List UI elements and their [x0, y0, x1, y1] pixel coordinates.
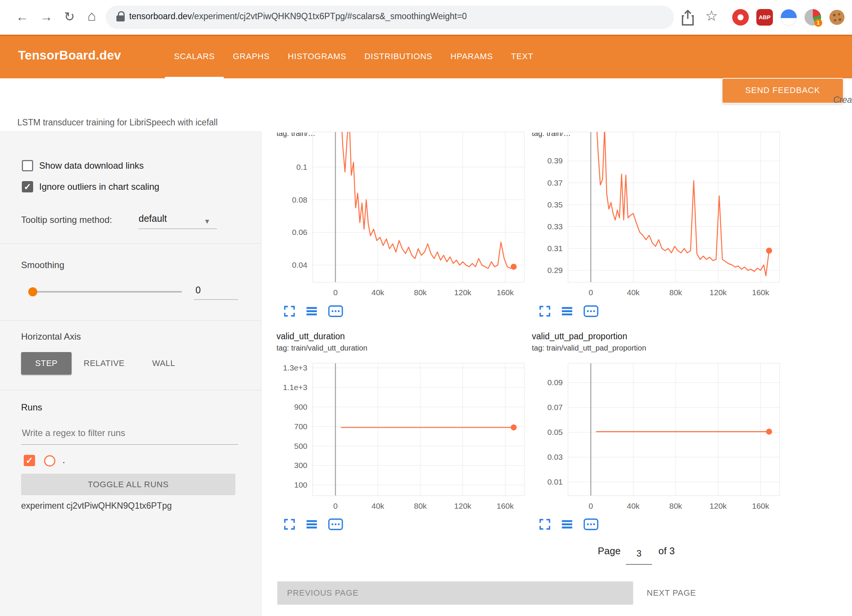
tab-graphs[interactable]: GRAPHS — [224, 35, 279, 78]
page-number-input[interactable]: 3 — [626, 548, 652, 559]
cookie-icon[interactable] — [829, 9, 845, 26]
runs-label: Runs — [21, 402, 42, 413]
svg-text:0.37: 0.37 — [547, 178, 563, 187]
share-icon[interactable] — [680, 10, 695, 26]
axis-wall-button[interactable]: WALL — [152, 358, 175, 368]
url-text[interactable]: tensorboard.dev/experiment/cj2vtPiwQHKN9… — [129, 11, 467, 21]
adblock-extension-icon[interactable] — [732, 9, 749, 26]
next-page-button[interactable]: NEXT PAGE — [647, 581, 696, 605]
app-logo: TensorBoard.dev — [18, 48, 121, 63]
chart-plot-4[interactable]: 0.010.030.050.070.09040k80k120k160k — [530, 363, 785, 515]
data-table-icon[interactable] — [305, 518, 318, 531]
show-download-links-checkbox[interactable] — [22, 160, 33, 171]
home-icon[interactable]: ⌂ — [87, 8, 96, 23]
svg-text:80k: 80k — [669, 288, 682, 297]
url-path: /experiment/cj2vtPiwQHKN9Q1tx6PTpg/#scal… — [192, 11, 467, 21]
svg-text:0.04: 0.04 — [292, 261, 307, 269]
data-table-icon[interactable] — [561, 305, 573, 317]
svg-text:40k: 40k — [627, 502, 640, 510]
fullscreen-icon[interactable] — [283, 305, 296, 317]
data-table-icon[interactable] — [561, 518, 573, 531]
app-header: TensorBoard.dev SCALARS GRAPHS HISTOGRAM… — [0, 35, 852, 78]
fullscreen-icon[interactable] — [539, 305, 551, 317]
horizontal-axis-label: Horizontal Axis — [21, 331, 81, 342]
axis-relative-button[interactable]: RELATIVE — [84, 358, 125, 368]
runs-filter-input[interactable] — [21, 425, 240, 441]
fit-domain-icon[interactable] — [583, 305, 599, 317]
svg-text:0.05: 0.05 — [547, 428, 563, 436]
smoothing-value-underline — [194, 299, 238, 300]
send-feedback-button[interactable]: SEND FEEDBACK — [722, 78, 844, 104]
chart-plot-1[interactable]: 0.040.060.080.1040k80k120k160k — [275, 132, 530, 301]
fullscreen-icon[interactable] — [539, 518, 551, 531]
svg-text:0.1: 0.1 — [296, 163, 307, 171]
bookmark-star-icon[interactable]: ☆ — [705, 8, 718, 23]
chart3-toolbar — [283, 518, 344, 531]
refresh-icon[interactable]: ↻ — [64, 9, 75, 24]
svg-text:120k: 120k — [710, 502, 727, 510]
svg-text:0.01: 0.01 — [547, 477, 563, 486]
svg-text:0.08: 0.08 — [292, 195, 307, 204]
svg-text:160k: 160k — [497, 502, 514, 510]
ignore-outliers-checkbox[interactable]: ✓ — [22, 181, 33, 192]
back-icon[interactable]: ← — [16, 9, 29, 24]
svg-text:120k: 120k — [454, 288, 472, 297]
chart-plot-3[interactable]: 1003005007009001.1e+31.3e+3040k80k120k16… — [275, 363, 530, 515]
tensorboard-page: ← → ↻ ⌂ tensorboard.dev/experiment/cj2vt… — [0, 0, 852, 616]
svg-text:0.03: 0.03 — [547, 453, 563, 461]
ignore-outliers-label: Ignore outliers in chart scaling — [39, 181, 159, 192]
tab-distributions[interactable]: DISTRIBUTIONS — [356, 35, 441, 78]
svg-text:40k: 40k — [371, 288, 384, 297]
svg-text:300: 300 — [294, 461, 307, 470]
forward-icon[interactable]: → — [40, 9, 53, 24]
run-checkbox[interactable]: ✓ — [24, 455, 35, 466]
data-table-icon[interactable] — [305, 305, 318, 317]
experiment-id-label: experiment cj2vtPiwQHKN9Q1tx6PTpg — [21, 501, 172, 511]
svg-text:120k: 120k — [454, 502, 472, 510]
run-color-swatch[interactable] — [44, 455, 55, 467]
svg-text:900: 900 — [294, 403, 307, 411]
chart2-toolbar — [539, 305, 599, 317]
tab-scalars[interactable]: SCALARS — [165, 35, 224, 78]
fit-domain-icon[interactable] — [328, 518, 344, 531]
svg-text:120k: 120k — [710, 288, 727, 297]
chart3-title: valid_utt_duration — [276, 331, 345, 342]
smoothing-slider-thumb[interactable] — [28, 287, 37, 296]
svg-text:500: 500 — [294, 442, 307, 450]
svg-text:0: 0 — [333, 288, 338, 297]
previous-page-button[interactable]: PREVIOUS PAGE — [277, 581, 633, 605]
chart-plot-2[interactable]: 0.290.310.330.350.370.39040k80k120k160k — [530, 132, 785, 301]
svg-text:160k: 160k — [752, 502, 770, 510]
tab-text[interactable]: TEXT — [502, 35, 542, 78]
svg-text:0.06: 0.06 — [292, 228, 307, 236]
url-host: tensorboard.dev — [129, 11, 192, 21]
svg-text:0.07: 0.07 — [547, 403, 563, 412]
blue-extension-icon[interactable] — [780, 9, 797, 26]
axis-step-button[interactable]: STEP — [21, 352, 72, 375]
svg-text:80k: 80k — [414, 288, 427, 297]
chart3-tag: tag: train/valid_utt_duration — [276, 344, 367, 352]
profile-avatar[interactable]: 1 — [805, 9, 821, 26]
smoothing-slider-track[interactable] — [33, 291, 182, 293]
svg-text:0.09: 0.09 — [547, 378, 563, 387]
tab-histograms[interactable]: HISTOGRAMS — [279, 35, 356, 78]
svg-text:40k: 40k — [627, 288, 640, 297]
fit-domain-icon[interactable] — [328, 305, 344, 317]
chevron-down-icon[interactable]: ▼ — [204, 218, 211, 226]
tab-hparams[interactable]: HPARAMS — [441, 35, 502, 78]
run-name-label: . — [63, 455, 65, 465]
fit-domain-icon[interactable] — [583, 518, 599, 531]
sidebar-divider — [0, 390, 261, 390]
abp-extension-icon[interactable]: ABP — [756, 9, 773, 26]
svg-text:0.33: 0.33 — [547, 222, 563, 231]
chart1-toolbar — [283, 305, 344, 317]
smoothing-value-input[interactable]: 0 — [195, 285, 201, 296]
toggle-all-runs-button[interactable]: TOGGLE ALL RUNS — [21, 474, 235, 495]
svg-text:160k: 160k — [752, 288, 770, 297]
smoothing-label: Smoothing — [21, 260, 64, 270]
svg-text:0.31: 0.31 — [547, 244, 563, 253]
experiment-description: LSTM transducer training for LibriSpeech… — [17, 117, 218, 128]
tooltip-sort-underline — [139, 229, 217, 229]
fullscreen-icon[interactable] — [283, 518, 296, 531]
tooltip-sort-select[interactable]: default — [139, 213, 167, 224]
